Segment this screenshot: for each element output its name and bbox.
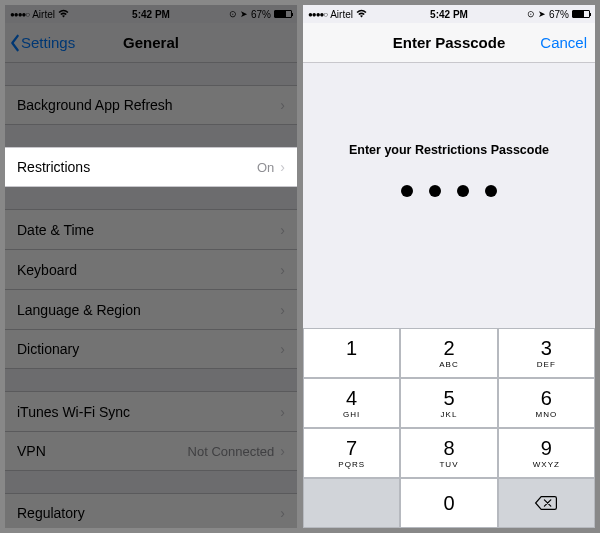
passcode-dot [457,185,469,197]
cancel-button[interactable]: Cancel [540,34,587,51]
navbar-title: General [123,34,179,51]
key-0[interactable]: 0 [400,478,497,528]
settings-general-screen: ●●●●○ Airtel 5:42 PM ⊙ ➤ 67% Settings Ge… [5,5,297,528]
status-bar: ●●●●○ Airtel 5:42 PM ⊙ ➤ 67% [5,5,297,23]
key-5[interactable]: 5JKL [400,378,497,428]
backspace-icon [534,494,558,512]
numeric-keypad: 1 2ABC 3DEF 4GHI 5JKL 6MNO 7PQRS 8TUV 9W… [303,328,595,528]
back-label: Settings [21,34,75,51]
key-blank [303,478,400,528]
battery-icon [572,10,590,18]
chevron-right-icon: › [280,505,285,521]
row-date-time[interactable]: Date & Time › [5,209,297,249]
chevron-right-icon: › [280,262,285,278]
key-3[interactable]: 3DEF [498,328,595,378]
key-delete[interactable] [498,478,595,528]
passcode-dot [429,185,441,197]
key-4[interactable]: 4GHI [303,378,400,428]
statusbar-time: 5:42 PM [5,9,297,20]
passcode-dots [303,185,595,197]
passcode-dot [401,185,413,197]
key-9[interactable]: 9WXYZ [498,428,595,478]
chevron-right-icon: › [280,222,285,238]
row-vpn[interactable]: VPN Not Connected › [5,431,297,471]
navbar: Settings General [5,23,297,63]
chevron-left-icon [9,34,21,52]
back-button[interactable]: Settings [9,34,75,52]
key-1[interactable]: 1 [303,328,400,378]
vpn-value: Not Connected [188,444,275,459]
chevron-right-icon: › [280,341,285,357]
restrictions-value: On [257,160,274,175]
chevron-right-icon: › [280,159,285,175]
status-bar: ●●●●○ Airtel 5:42 PM ⊙ ➤ 67% [303,5,595,23]
chevron-right-icon: › [280,443,285,459]
statusbar-time: 5:42 PM [303,9,595,20]
battery-icon [274,10,292,18]
enter-passcode-screen: ●●●●○ Airtel 5:42 PM ⊙ ➤ 67% Enter Passc… [303,5,595,528]
key-6[interactable]: 6MNO [498,378,595,428]
row-keyboard[interactable]: Keyboard › [5,249,297,289]
row-language-region[interactable]: Language & Region › [5,289,297,329]
row-restrictions[interactable]: Restrictions On › [5,147,297,187]
key-7[interactable]: 7PQRS [303,428,400,478]
row-background-app-refresh[interactable]: Background App Refresh › [5,85,297,125]
chevron-right-icon: › [280,302,285,318]
navbar: Enter Passcode Cancel [303,23,595,63]
chevron-right-icon: › [280,404,285,420]
key-2[interactable]: 2ABC [400,328,497,378]
row-dictionary[interactable]: Dictionary › [5,329,297,369]
key-8[interactable]: 8TUV [400,428,497,478]
passcode-dot [485,185,497,197]
prompt-text: Enter your Restrictions Passcode [303,143,595,157]
chevron-right-icon: › [280,97,285,113]
row-itunes-wifi-sync[interactable]: iTunes Wi-Fi Sync › [5,391,297,431]
navbar-title: Enter Passcode [393,34,506,51]
prompt-area: Enter your Restrictions Passcode [303,63,595,197]
row-regulatory[interactable]: Regulatory › [5,493,297,528]
